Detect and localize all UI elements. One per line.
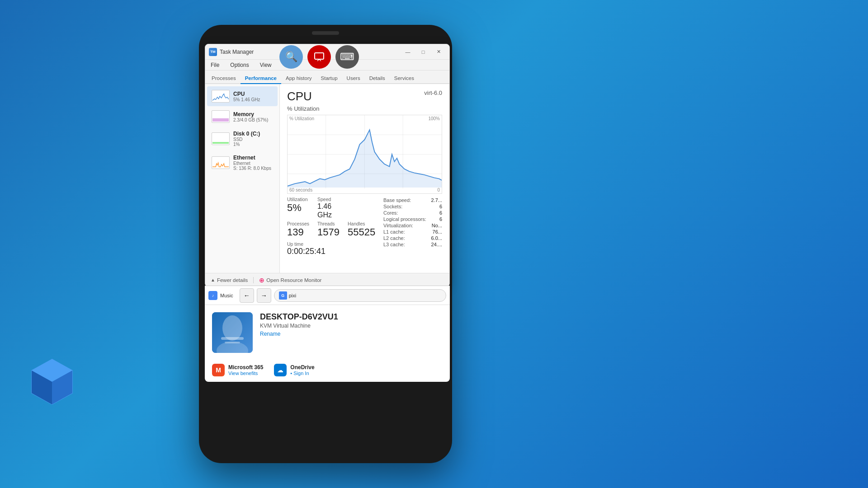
cores-val: 6 — [439, 210, 442, 216]
threads-value: 1579 — [317, 226, 346, 238]
processes-value: 139 — [287, 226, 316, 238]
footer-separator — [253, 277, 254, 283]
logical-key: Logical processors: — [383, 216, 426, 222]
virt-val: No... — [432, 223, 442, 228]
stats-section: Utilization 5% Speed 1.46 GHz Processes … — [287, 197, 442, 256]
onedrive-sub[interactable]: • Sign In — [290, 371, 314, 376]
bottom-overlay: ♪ Music ← → G pixi — [205, 286, 450, 382]
sidebar: CPU 5% 1.46 GHz Memory 2.3/4.0 GB (57%) … — [205, 84, 280, 273]
cpu-utilization-label: % Utilization — [287, 105, 320, 112]
system-hostname: DESKTOP-D6V2VU1 — [260, 312, 443, 322]
disk-detail2: 1% — [233, 142, 273, 147]
stat-speed: Speed 1.46 GHz — [317, 197, 346, 219]
ethernet-name: Ethernet — [233, 155, 273, 161]
handles-value: 55525 — [348, 226, 376, 238]
google-icon: G — [279, 291, 287, 300]
music-label: Music — [220, 293, 233, 298]
music-app-icon: ♪ — [208, 291, 217, 300]
forward-button[interactable]: → — [257, 288, 271, 303]
cpu-detail-panel: CPU % Utilization virt-6.0 % Utilization… — [280, 84, 449, 273]
blue-cube-decoration — [27, 357, 77, 407]
taskbar-strip: ♪ Music ← → G pixi — [205, 286, 450, 305]
memory-detail: 2.3/4.0 GB (57%) — [233, 117, 273, 122]
utilization-label: Utilization — [287, 197, 316, 202]
ethernet-detail2: S: 136 R: 8.0 Kbps — [233, 166, 273, 171]
tab-performance[interactable]: Performance — [241, 73, 281, 84]
resource-monitor-icon: ⊕ — [259, 277, 264, 284]
stat-uptime: Up time 0:00:25:41 — [287, 241, 376, 256]
disk-thumbnail — [212, 132, 230, 145]
remote-desktop-icon-button[interactable] — [307, 45, 331, 69]
svg-rect-16 — [221, 337, 244, 340]
sidebar-item-ethernet[interactable]: Ethernet Ethernet S: 136 R: 8.0 Kbps — [207, 151, 278, 174]
app-icon: TM — [209, 48, 217, 56]
tab-startup[interactable]: Startup — [316, 73, 342, 84]
minimize-button[interactable]: — — [401, 47, 415, 57]
ms365-sub[interactable]: View benefits — [228, 371, 263, 376]
cpu-right-info: Base speed: 2.7... Sockets: 6 Cores: 6 L… — [383, 197, 442, 256]
l2-val: 6.0... — [431, 235, 442, 241]
fewer-details-label: Fewer details — [217, 277, 248, 283]
l3-val: 24.... — [431, 242, 442, 247]
cpu-graph: % Utilization 100% 60 seconds 0 — [287, 115, 442, 194]
disk-name: Disk 0 (C:) — [233, 131, 273, 137]
footer-bar: ▲ Fewer details ⊕ Open Resource Monitor — [205, 273, 449, 286]
cpu-name: CPU — [233, 91, 273, 97]
open-resource-monitor-button[interactable]: ⊕ Open Resource Monitor — [259, 277, 321, 284]
cpu-thumbnail — [212, 90, 230, 103]
stat-threads: Threads 1579 — [317, 221, 346, 238]
system-rename-button[interactable]: Rename — [260, 331, 443, 337]
tab-details[interactable]: Details — [365, 73, 390, 84]
utilization-value: 5% — [287, 202, 316, 214]
fewer-details-button[interactable]: ▲ Fewer details — [211, 277, 248, 283]
cpu-model: virt-6.0 — [424, 89, 442, 96]
cpu-title-block: CPU % Utilization — [287, 89, 320, 112]
main-content: CPU 5% 1.46 GHz Memory 2.3/4.0 GB (57%) … — [205, 84, 449, 273]
chevron-up-icon: ▲ — [211, 277, 215, 282]
base-speed-val: 2.7... — [431, 197, 442, 203]
cpu-title: CPU — [287, 89, 320, 103]
sidebar-item-cpu[interactable]: CPU 5% 1.46 GHz — [207, 86, 278, 106]
cpu-header: CPU % Utilization virt-6.0 — [287, 89, 442, 112]
svg-point-14 — [222, 315, 242, 341]
system-thumbnail — [212, 312, 253, 353]
l1-key: L1 cache: — [383, 229, 405, 235]
speed-label: Speed — [317, 197, 346, 202]
sidebar-item-disk[interactable]: Disk 0 (C:) SSD 1% — [207, 127, 278, 150]
menu-options[interactable]: Options — [228, 61, 250, 69]
onedrive-name: OneDrive — [290, 364, 314, 371]
tab-app-history[interactable]: App history — [281, 73, 316, 84]
resource-monitor-label: Open Resource Monitor — [266, 277, 321, 283]
stats-left: Utilization 5% Speed 1.46 GHz Processes … — [287, 197, 376, 256]
tab-users[interactable]: Users — [342, 73, 365, 84]
tab-bar: Processes Performance App history Startu… — [205, 70, 449, 84]
disk-detail: SSD — [233, 137, 273, 142]
uptime-label: Up time — [287, 241, 376, 247]
onedrive-app-item: ☁ OneDrive • Sign In — [274, 364, 314, 376]
menu-view[interactable]: View — [258, 61, 274, 69]
back-button[interactable]: ← — [240, 288, 254, 303]
memory-name: Memory — [233, 111, 273, 117]
maximize-button[interactable]: □ — [416, 47, 430, 57]
keyboard-icon-button[interactable]: ⌨ — [335, 45, 359, 69]
tab-processes[interactable]: Processes — [207, 73, 241, 84]
onedrive-icon: ☁ — [274, 364, 287, 376]
cpu-detail: 5% 1.46 GHz — [233, 97, 273, 102]
menu-file[interactable]: File — [209, 61, 221, 69]
sidebar-item-memory[interactable]: Memory 2.3/4.0 GB (57%) — [207, 107, 278, 127]
search-icon-button[interactable]: 🔍 — [279, 45, 303, 69]
ms365-icon: M — [212, 364, 225, 376]
tab-services[interactable]: Services — [390, 73, 419, 84]
stat-handles: Handles 55525 — [348, 221, 376, 238]
sockets-val: 6 — [439, 204, 442, 209]
system-type: KVM Virtual Machine — [260, 323, 443, 329]
speed-value: 1.46 GHz — [317, 202, 346, 219]
handles-label: Handles — [348, 221, 376, 226]
close-button[interactable]: ✕ — [431, 47, 446, 57]
address-bar[interactable]: G pixi — [274, 289, 446, 302]
system-info-card: DESKTOP-D6V2VU1 KVM Virtual Machine Rena… — [205, 305, 450, 360]
ethernet-thumbnail — [212, 156, 230, 169]
address-text: pixi — [289, 293, 297, 298]
l2-key: L2 cache: — [383, 235, 405, 241]
stat-processes: Processes 139 — [287, 221, 316, 238]
